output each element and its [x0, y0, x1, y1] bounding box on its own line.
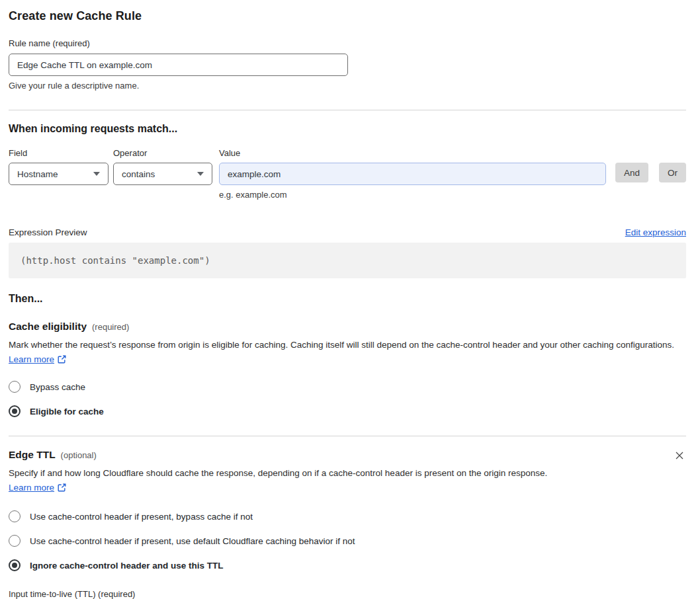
edge-ttl-optional-badge: (optional) — [61, 450, 97, 460]
radio-label: Bypass cache — [30, 382, 85, 392]
radio-use-header-default[interactable]: Use cache-control header if present, use… — [9, 535, 686, 547]
expression-code: (http.host contains "example.com") — [21, 255, 210, 266]
or-button[interactable]: Or — [659, 163, 686, 182]
cache-eligibility-description-text: Mark whether the request’s response from… — [9, 340, 674, 350]
radio-use-header-bypass[interactable]: Use cache-control header if present, byp… — [9, 510, 686, 522]
then-heading: Then... — [9, 293, 686, 305]
edit-expression-link[interactable]: Edit expression — [625, 227, 686, 237]
edge-ttl-description: Specify if and how long Cloudflare shoul… — [9, 466, 558, 495]
radio-label: Eligible for cache — [30, 407, 104, 417]
radio-label: Use cache-control header if present, use… — [30, 536, 355, 546]
field-select-value: Hostname — [17, 169, 58, 179]
radio-icon — [9, 510, 21, 522]
cache-eligibility-required-badge: (required) — [92, 322, 129, 332]
learn-more-link[interactable]: Learn more — [9, 354, 54, 364]
edge-ttl-heading: Edge TTL — [9, 449, 56, 461]
radio-icon — [9, 381, 21, 393]
and-button[interactable]: And — [615, 163, 648, 182]
radio-label: Use cache-control header if present, byp… — [30, 512, 253, 522]
value-label: Value — [219, 148, 606, 158]
field-select[interactable]: Hostname — [9, 163, 109, 185]
cache-eligibility-description: Mark whether the request’s response from… — [9, 338, 681, 367]
rule-name-value: Edge Cache TTL on example.com — [17, 60, 152, 70]
radio-label: Ignore cache-control header and use this… — [30, 561, 224, 571]
expression-code-block: (http.host contains "example.com") — [9, 243, 686, 278]
radio-bypass-cache[interactable]: Bypass cache — [9, 381, 686, 393]
field-label: Field — [9, 148, 109, 158]
match-builder-row: Field Hostname Operator contains Value e… — [9, 148, 686, 200]
ttl-label: Input time-to-live (TTL) (required) — [9, 589, 686, 599]
value-input-text: example.com — [228, 169, 281, 179]
learn-more-link[interactable]: Learn more — [9, 483, 54, 493]
operator-select[interactable]: contains — [113, 163, 212, 185]
operator-label: Operator — [113, 148, 212, 158]
value-input[interactable]: example.com — [219, 163, 606, 185]
radio-icon — [9, 535, 21, 547]
close-icon[interactable] — [673, 449, 686, 462]
match-heading: When incoming requests match... — [9, 123, 686, 135]
divider — [9, 110, 686, 110]
chevron-down-icon — [197, 172, 204, 176]
chevron-down-icon — [93, 172, 100, 176]
divider — [9, 436, 686, 436]
radio-icon — [9, 559, 21, 571]
radio-ignore-header-use-ttl[interactable]: Ignore cache-control header and use this… — [9, 559, 686, 571]
rule-name-input[interactable]: Edge Cache TTL on example.com — [9, 54, 348, 76]
rule-name-help: Give your rule a descriptive name. — [9, 81, 686, 91]
external-link-icon — [58, 355, 66, 364]
page-title: Create new Cache Rule — [9, 9, 686, 23]
radio-eligible-for-cache[interactable]: Eligible for cache — [9, 405, 686, 417]
edge-ttl-description-text: Specify if and how long Cloudflare shoul… — [9, 468, 547, 478]
value-help: e.g. example.com — [219, 190, 606, 200]
external-link-icon — [58, 483, 66, 492]
operator-select-value: contains — [122, 169, 155, 179]
expression-preview-label: Expression Preview — [9, 227, 87, 237]
radio-icon — [9, 405, 21, 417]
rule-name-label: Rule name (required) — [9, 38, 686, 48]
cache-eligibility-heading: Cache eligibility — [9, 321, 87, 333]
